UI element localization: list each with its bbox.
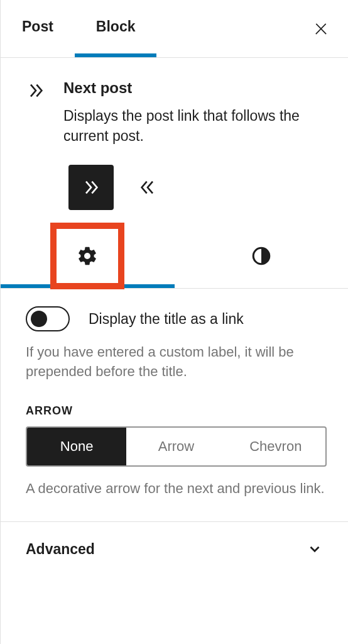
styles-icon [251,245,272,267]
tab-block[interactable]: Block [75,0,157,57]
inspector-subtabs [1,228,348,289]
display-title-toggle-row: Display the title as a link [26,306,327,331]
variant-next[interactable] [68,165,114,210]
display-title-toggle[interactable] [26,306,70,331]
subtab-settings[interactable] [1,228,175,288]
arrow-option-arrow[interactable]: Arrow [126,428,226,465]
arrow-help: A decorative arrow for the next and prev… [26,479,327,499]
settings-tab-content: Display the title as a link If you have … [1,289,348,521]
variant-prev[interactable] [125,165,170,210]
close-button[interactable] [304,12,338,46]
gear-icon [77,245,98,267]
display-title-help: If you have entered a custom label, it w… [26,343,327,382]
sidebar-tabs: Post Block [1,0,348,58]
arrow-segmented-control: None Arrow Chevron [26,426,327,467]
close-icon [312,20,330,38]
next-post-icon [26,79,46,146]
block-header: Next post Displays the post link that fo… [1,58,348,152]
block-title: Next post [63,79,327,97]
arrow-option-none[interactable]: None [27,428,126,465]
chevron-down-icon [307,541,323,557]
double-chevron-left-icon [138,177,158,197]
block-description: Displays the post link that follows the … [63,106,327,146]
display-title-label: Display the title as a link [89,311,244,328]
subtab-styles[interactable] [175,228,349,288]
toggle-knob [31,311,47,327]
tab-post[interactable]: Post [1,0,75,57]
arrow-option-chevron[interactable]: Chevron [226,428,325,465]
block-variants [1,152,348,210]
advanced-panel-toggle[interactable]: Advanced [1,522,348,577]
advanced-label: Advanced [26,541,95,558]
block-settings-panel: Post Block Next post Displays the post l… [0,0,348,644]
arrow-field-label: Arrow [26,404,327,418]
double-chevron-right-icon [81,177,101,197]
